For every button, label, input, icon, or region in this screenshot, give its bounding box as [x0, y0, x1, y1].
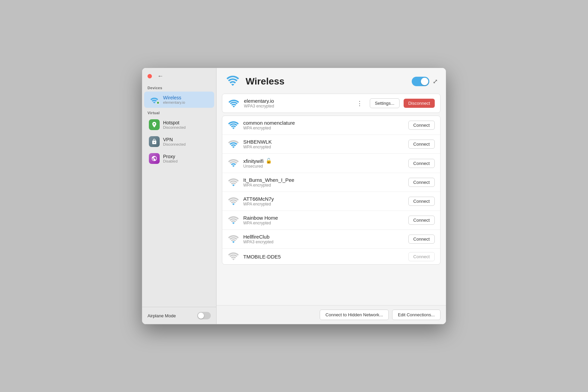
- network-text: Rainbow Home WPA encrypted: [243, 215, 404, 225]
- connect-button[interactable]: Connect: [408, 159, 435, 168]
- proxy-item-text: Proxy Disabled: [163, 154, 178, 163]
- vpn-svg: [151, 139, 157, 145]
- connected-network-info: elementary.io WPA3 encrypted: [228, 98, 350, 108]
- network-name: common nomenclature: [243, 120, 404, 126]
- expand-button[interactable]: ⤢: [433, 78, 438, 85]
- network-security: WPA3 encrypted: [243, 240, 404, 244]
- airplane-mode-toggle[interactable]: [197, 312, 211, 319]
- network-name: Rainbow Home: [243, 215, 404, 221]
- settings-window: ← Devices Wireless elementary.io Virtual: [142, 68, 446, 324]
- network-security: WPA encrypted: [243, 126, 404, 130]
- main-content: Wireless ⤢: [217, 68, 446, 324]
- network-row: SHBENWLK WPA encrypted Connect: [222, 135, 440, 154]
- wireless-icon-wrapper: [149, 94, 160, 105]
- vpn-name: VPN: [163, 137, 186, 142]
- network-name: It_Burns_When_I_Pee: [243, 177, 404, 183]
- wifi-icon-strong: [228, 121, 239, 130]
- proxy-icon: [149, 153, 160, 164]
- network-security: WPA encrypted: [243, 202, 404, 206]
- sidebar-item-vpn[interactable]: VPN Disconnected: [144, 133, 214, 150]
- unsecured-icon: 🔓: [266, 158, 272, 164]
- wireless-enable-toggle[interactable]: [412, 77, 429, 86]
- wifi-icon-weak: [228, 178, 239, 187]
- network-row: common nomenclature WPA encrypted Connec…: [222, 116, 440, 135]
- connected-network-name: elementary.io: [244, 98, 350, 104]
- network-row: TMOBILE-DDE5 Connect: [222, 249, 440, 264]
- main-header: Wireless ⤢: [217, 68, 446, 94]
- wireless-name: Wireless: [163, 95, 185, 100]
- hotspot-item-text: Hotspot Disconnected: [163, 120, 186, 129]
- available-networks-card: common nomenclature WPA encrypted Connec…: [222, 116, 440, 265]
- hotspot-icon: [149, 119, 160, 130]
- wifi-icon-weak-2: [228, 197, 239, 206]
- network-text: It_Burns_When_I_Pee WPA encrypted: [243, 177, 404, 188]
- proxy-name: Proxy: [163, 154, 178, 159]
- connected-network-text: elementary.io WPA3 encrypted: [244, 98, 350, 108]
- network-row: Rainbow Home WPA encrypted Connect: [222, 211, 440, 230]
- hotspot-svg: [151, 121, 158, 128]
- settings-button[interactable]: Settings...: [370, 98, 400, 108]
- connected-network-row: elementary.io WPA3 encrypted ⋮ Settings.…: [222, 94, 440, 113]
- network-text: ATT66McN7y WPA encrypted: [243, 196, 404, 206]
- network-row: ATT66McN7y WPA encrypted Connect: [222, 192, 440, 211]
- connect-button[interactable]: Connect: [408, 197, 435, 206]
- back-button[interactable]: ←: [157, 73, 163, 80]
- connect-button[interactable]: Connect: [408, 235, 435, 244]
- network-row: HellfireClub WPA3 encrypted Connect: [222, 230, 440, 249]
- wifi-icon-weak-3: [228, 216, 239, 225]
- sidebar-header: ←: [142, 68, 216, 83]
- wifi-icon-medium-2: [228, 158, 239, 168]
- virtual-section-label: Virtual: [142, 108, 216, 116]
- sidebar-item-proxy[interactable]: Proxy Disabled: [144, 150, 214, 167]
- wifi-icon-very-weak: [228, 252, 239, 261]
- wireless-toggle-knob: [421, 78, 428, 85]
- network-security: Unsecured: [243, 164, 404, 169]
- connect-button[interactable]: Connect: [408, 178, 435, 187]
- main-title-area: Wireless: [225, 75, 285, 88]
- network-row: It_Burns_When_I_Pee WPA encrypted Connec…: [222, 173, 440, 192]
- network-security: WPA encrypted: [243, 145, 404, 149]
- connect-button[interactable]: Connect: [408, 216, 435, 225]
- connected-wifi-icon: [228, 98, 240, 108]
- wifi-icon-weak-4: [228, 235, 239, 244]
- connect-button[interactable]: Connect: [408, 252, 435, 261]
- sidebar-item-wireless[interactable]: Wireless elementary.io: [144, 92, 214, 108]
- connected-dot: [156, 101, 160, 104]
- more-options-button[interactable]: ⋮: [354, 98, 366, 108]
- vpn-icon: [149, 136, 160, 147]
- connect-button[interactable]: Connect: [408, 140, 435, 149]
- network-list: elementary.io WPA3 encrypted ⋮ Settings.…: [217, 94, 446, 305]
- network-text: xfinitywifi 🔓 Unsecured: [243, 158, 404, 169]
- connect-button[interactable]: Connect: [408, 121, 435, 130]
- wifi-icon-medium: [228, 140, 239, 149]
- network-security: WPA encrypted: [243, 221, 404, 225]
- wireless-item-text: Wireless elementary.io: [163, 95, 185, 104]
- main-wifi-icon: [225, 75, 241, 88]
- hotspot-status: Disconnected: [163, 125, 186, 129]
- network-name: SHBENWLK: [243, 139, 404, 145]
- connected-network-security: WPA3 encrypted: [244, 104, 350, 108]
- sidebar-item-hotspot[interactable]: Hotspot Disconnected: [144, 117, 214, 133]
- network-name: TMOBILE-DDE5: [243, 254, 404, 260]
- connect-hidden-network-button[interactable]: Connect to Hidden Network...: [320, 310, 389, 320]
- network-text: HellfireClub WPA3 encrypted: [243, 234, 404, 244]
- network-text: TMOBILE-DDE5: [243, 254, 404, 260]
- edit-connections-button[interactable]: Edit Connections...: [392, 310, 440, 320]
- page-title: Wireless: [246, 76, 285, 87]
- connected-network-card: elementary.io WPA3 encrypted ⋮ Settings.…: [222, 94, 440, 113]
- proxy-status: Disabled: [163, 159, 178, 163]
- network-text: common nomenclature WPA encrypted: [243, 120, 404, 130]
- vpn-item-text: VPN Disconnected: [163, 137, 186, 146]
- proxy-svg: [151, 155, 157, 162]
- airplane-mode-toggle-knob: [198, 313, 204, 319]
- wireless-status: elementary.io: [163, 100, 185, 104]
- disconnect-button[interactable]: Disconnect: [404, 99, 435, 108]
- devices-section-label: Devices: [142, 83, 216, 91]
- close-button[interactable]: [148, 74, 152, 78]
- airplane-mode-label: Airplane Mode: [148, 313, 176, 318]
- sidebar: ← Devices Wireless elementary.io Virtual: [142, 68, 217, 324]
- network-name: xfinitywifi 🔓: [243, 158, 404, 164]
- network-name: HellfireClub: [243, 234, 404, 240]
- network-row: xfinitywifi 🔓 Unsecured Connect: [222, 154, 440, 173]
- main-footer: Connect to Hidden Network... Edit Connec…: [217, 305, 446, 324]
